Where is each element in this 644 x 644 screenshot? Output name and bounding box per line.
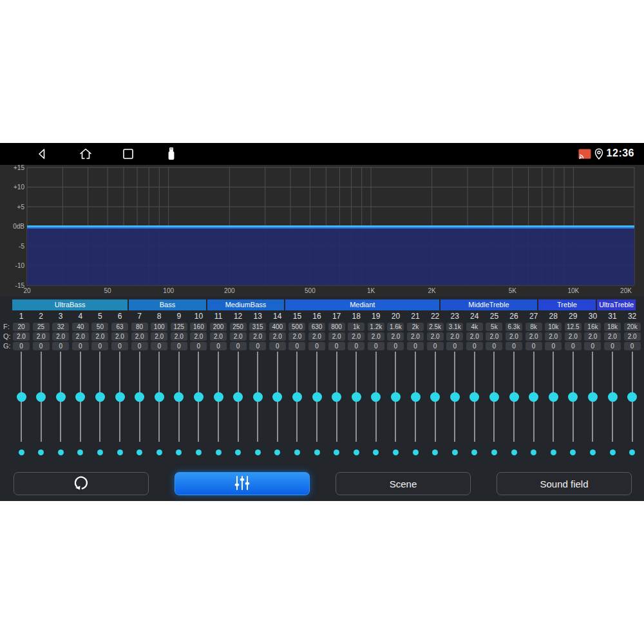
slider-knob[interactable] [233,392,243,402]
slider-knob[interactable] [75,392,85,402]
eq-channel-column: 244k2.00 [465,311,485,321]
channel-number: 12 [228,311,248,321]
reset-button[interactable] [14,472,149,495]
eq-channel-column: 266.3k2.00 [504,311,524,321]
channel-number: 13 [248,311,268,321]
eq-channel-column: 278k2.00 [524,311,544,321]
channel-dot [373,450,379,455]
channel-number: 26 [504,311,524,321]
equalizer-button[interactable] [175,472,310,495]
slider-knob[interactable] [509,392,519,402]
channel-number: 5 [90,311,110,321]
gain-value: 0 [486,342,502,350]
slider-knob[interactable] [214,392,223,402]
slider-knob[interactable] [588,392,598,402]
slider-knob[interactable] [194,392,204,402]
freq-value: 2.5k [427,323,444,331]
freq-value: 8k [526,323,542,331]
sound-field-button[interactable]: Sound field [497,472,632,495]
svg-text:20K: 20K [620,287,632,294]
slider-knob[interactable] [17,392,26,402]
clock: 12:36 [607,147,634,159]
gain-value: 0 [624,342,641,350]
slider-knob[interactable] [608,392,618,402]
location-icon [594,148,603,162]
channel-dot [58,450,64,455]
slider-knob[interactable] [627,392,637,402]
slider-knob[interactable] [568,392,578,402]
q-value: 2.0 [427,332,444,341]
slider-knob[interactable] [489,392,499,402]
svg-text:50: 50 [104,287,112,294]
back-icon[interactable] [35,147,48,163]
freq-value: 160 [190,323,207,331]
freq-value: 20 [13,323,30,331]
slider-knob[interactable] [115,392,125,402]
q-value: 2.0 [486,332,502,341]
slider-knob[interactable] [174,392,184,402]
eq-channel-column: 3322.00 [51,311,71,321]
usb-drive-icon[interactable] [167,147,175,164]
channel-number: 16 [307,311,327,321]
freq-value: 16k [584,323,601,331]
slider-knob[interactable] [36,392,46,402]
eq-channel-column: 3118k2.00 [603,311,623,321]
eq-channel-column: 122502.00 [228,311,248,321]
slider-knob[interactable] [272,392,282,402]
slider-knob[interactable] [529,392,538,402]
q-value: 2.0 [72,332,89,341]
slider-knob[interactable] [411,392,421,402]
slider-knob[interactable] [135,392,144,402]
channel-dot [137,450,142,455]
slider-knob[interactable] [56,392,66,402]
band-label-treble: Treble [538,299,596,310]
freq-value: 4k [466,323,483,331]
svg-text:0dB: 0dB [13,223,24,230]
q-value: 2.0 [230,332,247,341]
band-label-middletreble: MiddleTreble [440,299,536,310]
gain-value: 0 [407,342,424,350]
svg-text:5K: 5K [509,287,517,294]
slider-knob[interactable] [549,392,558,402]
channel-dot [77,450,83,455]
slider-knob[interactable] [391,392,401,402]
slider-knob[interactable] [155,392,164,402]
eq-channel-column: 1202.00 [12,311,32,321]
slider-knob[interactable] [371,392,381,402]
channel-number: 8 [149,311,169,321]
home-icon[interactable] [79,147,93,163]
slider-knob[interactable] [332,392,341,402]
channel-dot [491,450,497,455]
channel-dot [610,450,616,455]
slider-knob[interactable] [450,392,460,402]
gain-value: 0 [33,342,50,350]
slider-knob[interactable] [312,392,322,402]
recents-icon[interactable] [122,148,134,162]
freq-value: 250 [230,323,247,331]
channel-dot [235,450,241,455]
slider-knob[interactable] [430,392,440,402]
channel-number: 11 [209,311,229,321]
gain-value: 0 [526,342,542,350]
channel-dot [432,450,438,455]
scene-button[interactable]: Scene [336,472,471,495]
freq-value: 25 [33,323,50,331]
slider-knob[interactable] [95,392,105,402]
eq-channel-column: 3016k2.00 [583,311,603,321]
gain-value: 0 [52,342,69,350]
svg-text:+15: +15 [14,165,24,171]
eq-channel-column: 6632.00 [110,311,130,321]
slider-knob[interactable] [292,392,302,402]
q-value: 2.0 [190,332,207,341]
android-nav-bar: 12:36 [0,143,644,165]
slider-knob[interactable] [253,392,263,402]
gain-value: 0 [506,342,522,350]
q-value: 2.0 [604,332,621,341]
channel-number: 20 [386,311,406,321]
channel-number: 4 [71,311,91,321]
slider-knob[interactable] [469,392,479,402]
slider-knob[interactable] [352,392,361,402]
freq-value: 5k [486,323,502,331]
channel-dot [176,450,182,455]
q-value: 2.0 [269,332,286,341]
